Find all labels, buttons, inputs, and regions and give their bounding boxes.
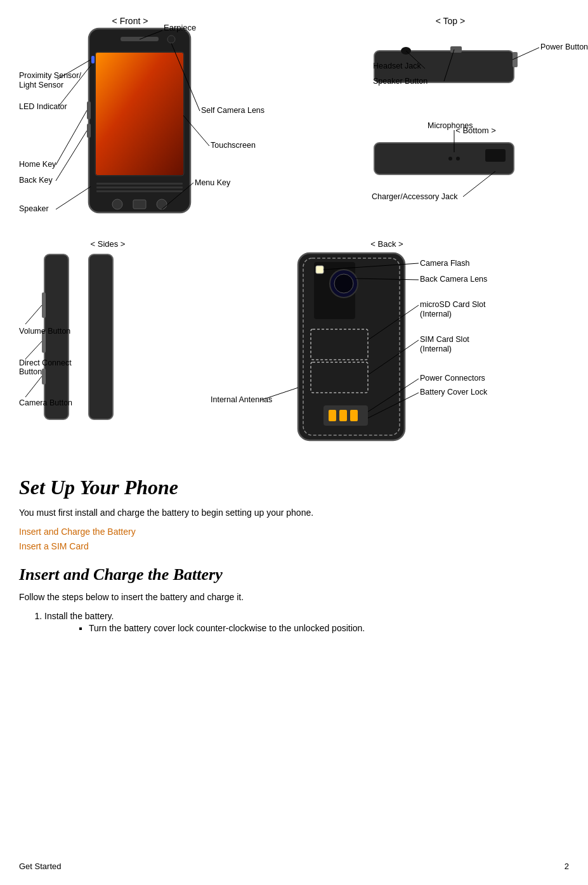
camera-btn-label: Camera Button — [19, 398, 72, 407]
battery-cover-label: Battery Cover Lock — [420, 388, 488, 397]
step-1-bullet-1: Turn the battery cover lock counter-cloc… — [89, 622, 569, 635]
led-indicator — [91, 56, 95, 63]
antennas-label: Internal Antennas — [211, 395, 272, 404]
speaker-grille-3 — [96, 190, 183, 192]
proximity-label2: Light Sensor — [19, 81, 63, 89]
direct-connect-line — [25, 341, 42, 359]
back-label2: < Back > — [370, 239, 403, 249]
charger-label: Charger/Accessory Jack — [372, 192, 458, 201]
phone-diagrams: < Front > < Top > — [19, 13, 569, 454]
footer-page: 2 — [565, 861, 569, 872]
steps-list: Install the battery. Turn the battery co… — [44, 610, 569, 635]
earpiece-label: Earpiece — [164, 23, 196, 32]
microsd-label2: (Internal) — [420, 310, 452, 318]
back-camera-label: Back Camera Lens — [420, 275, 487, 284]
direct-connect-label2: Button — [19, 367, 42, 376]
speaker-btn-label: Speaker Button — [373, 77, 428, 86]
camera-flash-label: Camera Flash — [420, 259, 470, 268]
self-camera — [167, 36, 175, 43]
link-battery[interactable]: Insert and Charge the Battery — [19, 526, 569, 539]
set-up-body: You must first install and charge the ba… — [19, 507, 569, 520]
microphones-label: Microphones — [428, 121, 473, 130]
power-button-label: Power Button — [540, 43, 588, 51]
speaker-line — [56, 187, 91, 209]
set-up-heading: Set Up Your Phone — [19, 473, 569, 502]
sim-label2: (Internal) — [420, 344, 452, 353]
top-label: < Top > — [436, 16, 465, 26]
sim-label: SIM Card Slot — [420, 335, 469, 344]
right-side-phone — [89, 254, 113, 419]
front-label: < Front > — [112, 16, 148, 26]
battery-body: Follow the steps below to insert the bat… — [19, 591, 569, 604]
volume-btn — [42, 292, 46, 318]
connector3 — [350, 410, 358, 421]
footer: Get Started 2 — [19, 861, 569, 872]
back-key-btn — [112, 199, 122, 209]
home-key-side — [87, 102, 91, 119]
step-1-bullets: Turn the battery cover lock counter-cloc… — [89, 622, 569, 635]
battery-heading: Insert and Charge the Battery — [19, 563, 569, 586]
camera-flash-elem — [316, 266, 323, 273]
sides-label: < Sides > — [91, 239, 126, 249]
speaker-label: Speaker — [19, 204, 49, 213]
led-label: LED Indicator — [19, 102, 67, 111]
menu-key-btn — [157, 199, 167, 209]
sides-back-diagram: < Sides > < Back > Volume Button Direct … — [19, 235, 588, 451]
front-top-diagram: < Front > < Top > — [19, 13, 588, 228]
back-key-label: Back Key — [19, 176, 53, 185]
direct-connect-label: Direct Connect — [19, 358, 72, 367]
camera-btn-line — [25, 376, 42, 397]
text-section: Set Up Your Phone You must first install… — [19, 467, 569, 635]
proximity-label: Proximity Sensor/ — [19, 71, 81, 80]
speaker-btn-top — [450, 46, 462, 53]
back-lens-inner — [334, 274, 353, 293]
phone-screen — [96, 53, 183, 175]
step-1: Install the battery. Turn the battery co… — [44, 610, 569, 635]
microsd-label: microSD Card Slot — [420, 300, 486, 309]
touchscreen-label: Touchscreen — [211, 141, 256, 150]
headset-jack-label: Headset Jack — [373, 62, 421, 70]
camera-btn-side — [42, 369, 46, 384]
left-side-phone — [44, 254, 69, 419]
volume-line — [25, 305, 42, 324]
link-sim[interactable]: Insert a SIM Card — [19, 541, 569, 553]
mic-hole-1 — [448, 157, 452, 161]
volume-label: Volume Button — [19, 327, 70, 336]
speaker-grille-2 — [96, 187, 183, 188]
power-connectors-label: Power Connectors — [420, 374, 485, 383]
menu-key-label: Menu Key — [195, 178, 231, 187]
footer-left: Get Started — [19, 861, 61, 872]
home-key-label: Home Key — [19, 160, 56, 169]
speaker-grille-1 — [96, 183, 183, 185]
connector2 — [339, 410, 347, 421]
charger-jack-hole — [485, 149, 506, 162]
self-camera-label: Self Camera Lens — [201, 106, 265, 115]
mic-hole-2 — [456, 157, 460, 161]
connector1 — [329, 410, 336, 421]
back-key-side — [87, 124, 91, 138]
home-key-btn — [133, 200, 146, 209]
